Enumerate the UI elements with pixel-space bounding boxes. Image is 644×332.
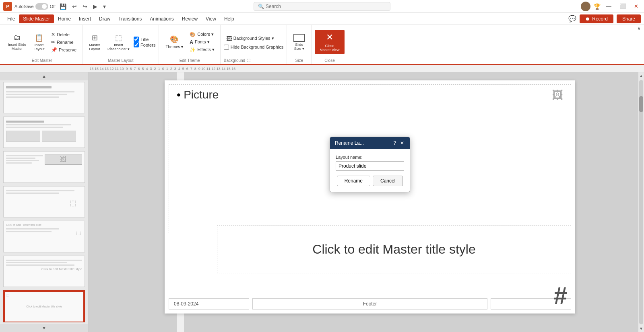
rename-dialog[interactable]: Rename La... ? ✕ Layout name: Rename [330, 137, 410, 192]
slide-thumbnail-1[interactable] [3, 82, 85, 113]
menu-file[interactable]: File [3, 14, 19, 23]
insert-slide-master-label: Insert SlideMaster [8, 43, 26, 51]
title-checkbox[interactable] [134, 37, 139, 42]
title-bar-right: 🏆 — ⬜ ✕ [428, 2, 641, 11]
dialog-close-button[interactable]: ✕ [399, 140, 405, 146]
menu-view[interactable]: View [202, 14, 220, 23]
checkboxes-column: Title Footers [134, 37, 155, 47]
search-input[interactable] [266, 4, 386, 9]
footer-area: 08-09-2024 Footer [165, 298, 575, 309]
footers-checkbox-row[interactable]: Footers [134, 42, 155, 47]
sidebar-scroll-up[interactable]: ▲ [0, 72, 88, 80]
slide-thumbnail-7[interactable]: ⬚ Click to edit Master title style [3, 290, 85, 322]
scroll-thumb[interactable] [639, 96, 643, 112]
dialog-rename-button[interactable]: Rename [337, 176, 370, 186]
insert-slide-master-button[interactable]: 🗂 Insert SlideMaster [5, 32, 29, 52]
record-icon: ⏺ [585, 16, 590, 22]
scroll-down-button[interactable]: ▼ [638, 325, 644, 332]
insert-placeholder-button[interactable]: ⬚ InsertPlaceholder ▾ [104, 32, 133, 53]
insert-layout-button[interactable]: 📋 InsertLayout [30, 32, 48, 53]
menu-draw[interactable]: Draw [95, 14, 114, 23]
toggle-knob [42, 4, 47, 9]
menu-transitions[interactable]: Transitions [114, 14, 146, 23]
thumb-2-content [4, 117, 85, 148]
thumb-5-content: Click to add Footer this slide ⬚ [4, 221, 85, 252]
close-button[interactable]: ✕ [632, 2, 641, 10]
ribbon-group-background: 🖼 Background Styles ▾ Hide Background Gr… [221, 25, 287, 64]
edit-theme-group-label: Edit Theme [180, 57, 200, 63]
close-master-view-button[interactable]: ✕ CloseMaster View [315, 30, 344, 54]
sidebar-scroll-down[interactable]: ▼ [0, 324, 88, 332]
slide-thumbnail-5[interactable]: Click to add Footer this slide ⬚ [3, 221, 85, 252]
slide-size-button[interactable]: SlideSize ▾ [290, 32, 308, 52]
search-box[interactable]: 🔍 [254, 2, 390, 11]
slide-thumbnail-4[interactable]: ⬚ [3, 186, 85, 217]
ribbon-collapse-button[interactable]: ∧ [636, 25, 642, 32]
fonts-button[interactable]: A Fonts ▾ [187, 39, 217, 46]
customize-icon[interactable]: ▾ [101, 2, 107, 10]
themes-button[interactable]: 🎨 Themes ▾ [162, 33, 186, 51]
right-scrollbar[interactable]: ▲ ▼ [638, 72, 644, 332]
title-bar-center: 🔍 [216, 2, 428, 11]
slide-thumbnail-2[interactable] [3, 117, 85, 148]
slide-thumbnail-3[interactable]: 🖼 [3, 151, 85, 182]
search-icon: 🔍 [258, 4, 264, 9]
user-avatar[interactable] [581, 2, 590, 11]
dialog-help-button[interactable]: ? [392, 140, 397, 146]
hide-background-checkbox[interactable] [224, 45, 229, 50]
rename-button[interactable]: ✏ Rename [49, 39, 79, 46]
insert-slide-master-icon: 🗂 [14, 33, 21, 42]
hide-background-label: Hide Background Graphics [231, 45, 283, 49]
footers-checkbox[interactable] [134, 42, 139, 47]
autosave-toggle[interactable] [35, 3, 48, 10]
background-column: 🖼 Background Styles ▾ Hide Background Gr… [224, 35, 283, 50]
menu-slidemaster[interactable]: Slide Master [19, 14, 54, 23]
record-button[interactable]: ⏺ Record [580, 14, 613, 23]
undo-icon[interactable]: ↩ [70, 2, 78, 10]
slide-thumbnail-6[interactable]: Click to edit Master title style [3, 256, 85, 287]
background-group-label: Background [224, 57, 245, 63]
present-icon[interactable]: ▶ [91, 2, 99, 10]
dialog-header-buttons: ? ✕ [392, 140, 405, 146]
colors-button[interactable]: 🎨 Colors ▾ [187, 31, 217, 38]
dialog-title: Rename La... [335, 140, 364, 146]
effects-button[interactable]: ✨ Effects ▾ [187, 46, 217, 53]
layout-name-input[interactable] [336, 161, 404, 171]
menu-insert[interactable]: Insert [75, 14, 95, 23]
horizontal-ruler: ·16·15·14·13·12·11·10· 9· 8· 7· 6· 5· 4·… [0, 65, 644, 72]
record-label: Record [592, 16, 608, 22]
dialog-body: Layout name: Rename Cancel [330, 149, 410, 192]
restore-button[interactable]: ⬜ [617, 2, 628, 10]
comment-icon[interactable]: 💬 [568, 15, 576, 23]
size-items: SlideSize ▾ [290, 27, 308, 57]
image-placeholder-icon: 🖼 [552, 88, 563, 102]
thumb-1-content [4, 82, 85, 113]
menu-review[interactable]: Review [178, 14, 202, 23]
background-styles-button[interactable]: 🖼 Background Styles ▾ [224, 35, 283, 43]
menu-help[interactable]: Help [220, 14, 238, 23]
scroll-up-button[interactable]: ▲ [638, 72, 644, 79]
redo-icon[interactable]: ↪ [81, 2, 89, 10]
ribbon: 🗂 Insert SlideMaster 📋 InsertLayout ✕ De… [0, 25, 644, 65]
hide-background-row[interactable]: Hide Background Graphics [224, 45, 283, 50]
background-expand-icon[interactable]: ⬚ [247, 58, 250, 62]
delete-button[interactable]: ✕ Delete [49, 31, 79, 38]
picture-bullet: • [177, 88, 181, 101]
menu-animations[interactable]: Animations [146, 14, 178, 23]
ribbon-group-size: SlideSize ▾ Size [287, 25, 312, 64]
menu-home[interactable]: Home [54, 14, 75, 23]
ribbon-group-close: ✕ CloseMaster View Close [312, 25, 348, 64]
share-button[interactable]: Share [617, 14, 641, 23]
favorites-icon[interactable]: 🏆 [594, 3, 601, 10]
title-checkbox-row[interactable]: Title [134, 37, 155, 42]
master-layout-button[interactable]: ⊞ MasterLayout [86, 32, 103, 53]
minimize-button[interactable]: — [604, 2, 614, 10]
save-icon[interactable]: 💾 [58, 2, 68, 10]
rename-icon: ✏ [51, 39, 55, 45]
preserve-button[interactable]: 📌 Preserve [49, 46, 79, 53]
dialog-cancel-button[interactable]: Cancel [373, 176, 403, 186]
dialog-container[interactable]: Rename La... ? ✕ Layout name: Rename [330, 137, 410, 192]
insert-placeholder-label: InsertPlaceholder ▾ [107, 43, 130, 51]
slide-canvas[interactable]: • Picture 🖼 Rename La... ? ✕ [165, 80, 575, 314]
fonts-label: Fonts ▾ [195, 39, 210, 45]
